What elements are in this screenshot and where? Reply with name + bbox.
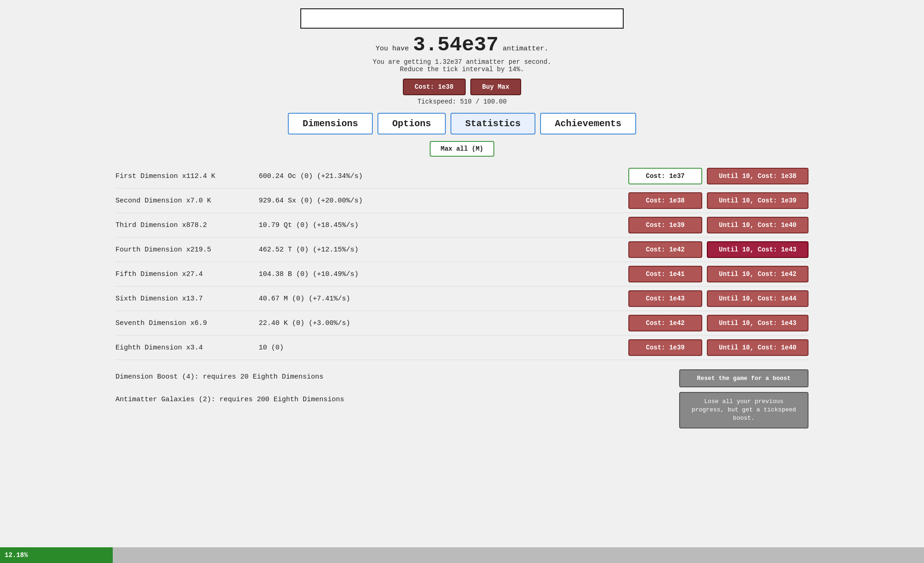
- dim-buy-7[interactable]: Cost: 1e42: [628, 315, 702, 331]
- galaxy-btn-line2: progress, but get a tickspeed: [692, 406, 796, 413]
- table-row: Fourth Dimension x219.5 462.52 T (0) (+1…: [116, 238, 808, 262]
- dim-buy-4[interactable]: Cost: 1e42: [628, 241, 702, 258]
- dim-stats-6: 40.67 M (0) (+7.41%/s): [259, 295, 407, 303]
- tab-dimensions[interactable]: Dimensions: [288, 113, 373, 135]
- tab-statistics[interactable]: Statistics: [450, 113, 535, 135]
- dim-buttons-5: Cost: 1e41 Until 10, Cost: 1e42: [628, 266, 808, 282]
- dim-buy-1[interactable]: Cost: 1e37: [628, 168, 702, 184]
- max-all-container: Max all (M): [0, 141, 924, 157]
- dim-until-7[interactable]: Until 10, Cost: 1e43: [707, 315, 808, 331]
- dim-buy-2[interactable]: Cost: 1e38: [628, 192, 702, 209]
- progress-bar-fill: 12.18%: [0, 547, 113, 563]
- galaxy-btn-line1: Lose all your previous: [704, 398, 784, 405]
- galaxy-reset-button[interactable]: Lose all your previous progress, but get…: [679, 392, 808, 428]
- dim-buy-5[interactable]: Cost: 1e41: [628, 266, 702, 282]
- name-input-container: [0, 0, 924, 31]
- antimatter-reduce-text: Reduce the tick interval by 14%.: [0, 66, 924, 73]
- galaxy-text: Antimatter Galaxies (2): requires 200 Ei…: [116, 392, 670, 404]
- table-row: First Dimension x112.4 K 600.24 Oc (0) (…: [116, 164, 808, 189]
- table-row: Second Dimension x7.0 K 929.64 Sx (0) (+…: [116, 189, 808, 213]
- galaxy-section: Antimatter Galaxies (2): requires 200 Ei…: [116, 392, 808, 428]
- table-row: Fifth Dimension x27.4 104.38 B (0) (+10.…: [116, 262, 808, 287]
- tickspeed-info: Tickspeed: 510 / 100.00: [0, 98, 924, 105]
- dim-until-2[interactable]: Until 10, Cost: 1e39: [707, 192, 808, 209]
- dim-buttons-2: Cost: 1e38 Until 10, Cost: 1e39: [628, 192, 808, 209]
- antimatter-display: You have 3.54e37 antimatter.: [0, 33, 924, 56]
- antimatter-rate: You are getting 1.32e37 antimatter per s…: [0, 58, 924, 73]
- dim-buttons-6: Cost: 1e43 Until 10, Cost: 1e44: [628, 290, 808, 307]
- dim-stats-4: 462.52 T (0) (+12.15%/s): [259, 246, 407, 254]
- dim-name-3: Third Dimension x878.2: [116, 221, 254, 229]
- dim-until-1[interactable]: Until 10, Cost: 1e38: [707, 168, 808, 184]
- reset-boost-button[interactable]: Reset the game for a boost: [679, 369, 808, 387]
- dim-name-6: Sixth Dimension x13.7: [116, 295, 254, 303]
- dim-buttons-4: Cost: 1e42 Until 10, Cost: 1e43: [628, 241, 808, 258]
- table-row: Seventh Dimension x6.9 22.40 K (0) (+3.0…: [116, 311, 808, 336]
- dim-buttons-1: Cost: 1e37 Until 10, Cost: 1e38: [628, 168, 808, 184]
- dim-buttons-7: Cost: 1e42 Until 10, Cost: 1e43: [628, 315, 808, 331]
- max-all-button[interactable]: Max all (M): [430, 141, 494, 157]
- dim-name-5: Fifth Dimension x27.4: [116, 270, 254, 278]
- dim-stats-7: 22.40 K (0) (+3.00%/s): [259, 319, 407, 327]
- dim-until-5[interactable]: Until 10, Cost: 1e42: [707, 266, 808, 282]
- dim-stats-3: 10.79 Qt (0) (+18.45%/s): [259, 221, 407, 229]
- boost-buttons: Reset the game for a boost: [679, 369, 808, 387]
- dim-name-1: First Dimension x112.4 K: [116, 172, 254, 180]
- boost-section: Dimension Boost (4): requires 20 Eighth …: [116, 369, 808, 387]
- buymax-button[interactable]: Buy Max: [470, 79, 522, 95]
- dim-stats-1: 600.24 Oc (0) (+21.34%/s): [259, 172, 407, 180]
- dimensions-table: First Dimension x112.4 K 600.24 Oc (0) (…: [116, 164, 808, 360]
- nav-tabs: Dimensions Options Statistics Achievemen…: [0, 113, 924, 135]
- dim-name-4: Fourth Dimension x219.5: [116, 246, 254, 254]
- dim-until-6[interactable]: Until 10, Cost: 1e44: [707, 290, 808, 307]
- progress-bar-container: 12.18%: [0, 547, 924, 563]
- tab-options[interactable]: Options: [377, 113, 446, 135]
- dim-stats-8: 10 (0): [259, 344, 407, 352]
- antimatter-label-prefix: You have: [376, 45, 409, 53]
- dim-name-2: Second Dimension x7.0 K: [116, 197, 254, 205]
- dim-until-3[interactable]: Until 10, Cost: 1e40: [707, 217, 808, 233]
- galaxy-buttons: Lose all your previous progress, but get…: [679, 392, 808, 428]
- dim-until-4[interactable]: Until 10, Cost: 1e43: [707, 241, 808, 258]
- antimatter-amount: 3.54e37: [413, 33, 498, 56]
- dim-buy-8[interactable]: Cost: 1e39: [628, 339, 702, 356]
- tickspeed-buttons: Cost: 1e38 Buy Max: [0, 79, 924, 95]
- dim-buy-3[interactable]: Cost: 1e39: [628, 217, 702, 233]
- boost-text: Dimension Boost (4): requires 20 Eighth …: [116, 369, 670, 381]
- dim-name-8: Eighth Dimension x3.4: [116, 344, 254, 352]
- dim-until-8[interactable]: Until 10, Cost: 1e40: [707, 339, 808, 356]
- table-row: Third Dimension x878.2 10.79 Qt (0) (+18…: [116, 213, 808, 238]
- tab-achievements[interactable]: Achievements: [540, 113, 636, 135]
- dim-stats-5: 104.38 B (0) (+10.49%/s): [259, 270, 407, 278]
- table-row: Eighth Dimension x3.4 10 (0) Cost: 1e39 …: [116, 336, 808, 360]
- cost-button[interactable]: Cost: 1e38: [403, 79, 466, 95]
- galaxy-btn-line3: boost.: [733, 415, 755, 422]
- game-name-input[interactable]: [300, 8, 624, 29]
- antimatter-label-suffix: antimatter.: [503, 45, 548, 53]
- dim-buttons-3: Cost: 1e39 Until 10, Cost: 1e40: [628, 217, 808, 233]
- antimatter-rate-text: You are getting 1.32e37 antimatter per s…: [0, 58, 924, 66]
- progress-bar-label: 12.18%: [5, 551, 28, 559]
- dim-buy-6[interactable]: Cost: 1e43: [628, 290, 702, 307]
- dim-stats-2: 929.64 Sx (0) (+20.00%/s): [259, 197, 407, 205]
- table-row: Sixth Dimension x13.7 40.67 M (0) (+7.41…: [116, 287, 808, 311]
- dim-buttons-8: Cost: 1e39 Until 10, Cost: 1e40: [628, 339, 808, 356]
- dim-name-7: Seventh Dimension x6.9: [116, 319, 254, 327]
